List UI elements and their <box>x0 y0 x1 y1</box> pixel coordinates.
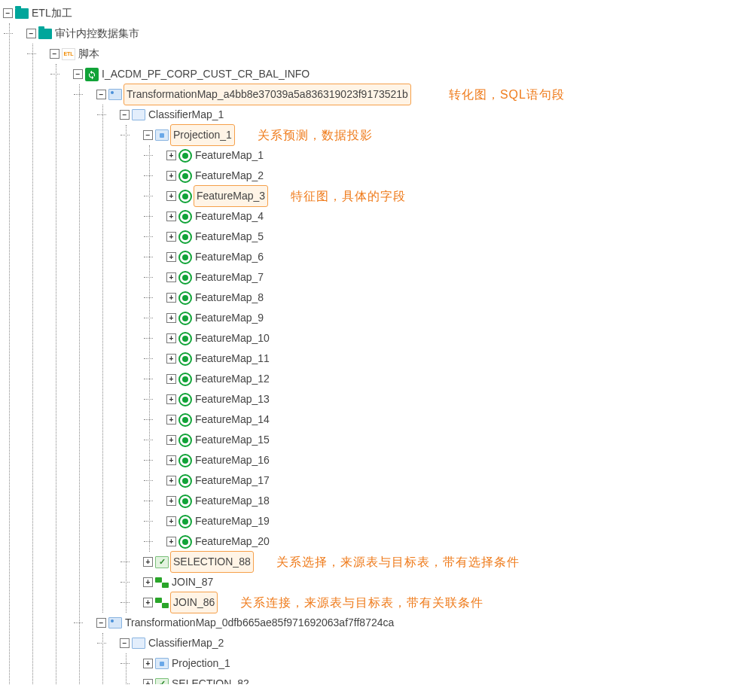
tree-node-featuremap[interactable]: +FeatureMap_1 <box>166 145 735 166</box>
expand-icon[interactable]: + <box>166 496 176 506</box>
tree-node-featuremap[interactable]: +FeatureMap_19 <box>166 511 735 531</box>
tree-node-featuremap[interactable]: +FeatureMap_13 <box>166 389 735 409</box>
featuremap-icon <box>178 454 192 467</box>
tree-node-tmap[interactable]: − TransformationMap_0dfb665ae85f97169206… <box>96 613 735 633</box>
classifier-map-icon <box>132 637 145 650</box>
node-label: FeatureMap_11 <box>194 348 271 369</box>
expand-icon[interactable]: + <box>166 476 176 485</box>
folder-icon <box>15 7 29 20</box>
expand-icon[interactable]: + <box>166 435 176 445</box>
annotation-text: 关系选择，来源表与目标表，带有选择条件 <box>276 552 520 572</box>
transformation-map-icon <box>108 616 122 630</box>
collapse-icon[interactable]: − <box>50 49 59 59</box>
tree-node-classifier[interactable]: − ClassifierMap_1 <box>120 105 735 125</box>
node-label: FeatureMap_17 <box>194 470 271 491</box>
tree-node-featuremap[interactable]: +FeatureMap_15 <box>166 430 735 450</box>
node-label: FeatureMap_13 <box>194 389 271 409</box>
tree-node-join[interactable]: + JOIN_87 <box>143 572 735 592</box>
node-label: SELECTION_88 <box>170 551 254 573</box>
tree-node-selection[interactable]: + SELECTION_88 关系选择，来源表与目标表，带有选择条件 <box>143 552 735 572</box>
expand-icon[interactable]: + <box>166 212 176 221</box>
tree-node-featuremap[interactable]: +FeatureMap_11 <box>166 348 735 369</box>
expand-icon[interactable]: + <box>143 679 153 684</box>
node-label: FeatureMap_9 <box>194 308 265 328</box>
node-label: Projection_1 <box>170 124 235 146</box>
node-label: FeatureMap_5 <box>194 227 265 247</box>
node-label: FeatureMap_10 <box>194 328 271 348</box>
collapse-icon[interactable]: − <box>120 638 130 648</box>
tree-node-scripts[interactable]: − ETL 脚本 <box>50 44 735 64</box>
node-label: FeatureMap_20 <box>194 531 271 552</box>
projection-icon <box>155 657 169 671</box>
tree-node-mart[interactable]: − 审计内控数据集市 <box>26 23 735 44</box>
node-label: JOIN_86 <box>170 592 218 613</box>
tree-node-featuremap[interactable]: +FeatureMap_5 <box>166 227 735 247</box>
featuremap-icon <box>178 474 192 488</box>
collapse-icon[interactable]: − <box>96 618 106 628</box>
tree-node-featuremap[interactable]: +FeatureMap_16 <box>166 450 735 470</box>
etl-icon: ETL <box>62 47 75 61</box>
join-icon <box>155 576 169 589</box>
expand-icon[interactable]: + <box>166 537 176 546</box>
tree-node-task[interactable]: − I_ACDM_PF_CORP_CUST_CR_BAL_INFO <box>73 64 735 84</box>
join-icon <box>155 596 169 610</box>
tree-node-projection[interactable]: − Projection_1 关系预测，数据投影 <box>143 125 735 145</box>
tree-node-selection[interactable]: + SELECTION_82 <box>143 674 735 684</box>
expand-icon[interactable]: + <box>166 354 176 364</box>
expand-icon[interactable]: + <box>143 598 153 607</box>
node-label: TransformationMap_0dfb665ae85f971692063a… <box>124 613 395 633</box>
expand-icon[interactable]: + <box>166 455 176 465</box>
expand-icon[interactable]: + <box>166 313 176 323</box>
expand-icon[interactable]: + <box>166 151 176 160</box>
node-label: FeatureMap_8 <box>194 288 265 308</box>
expand-icon[interactable]: + <box>143 557 153 567</box>
tree-node-featuremap[interactable]: +FeatureMap_9 <box>166 308 735 328</box>
expand-icon[interactable]: + <box>166 191 176 201</box>
featuremap-icon <box>178 352 192 366</box>
expand-icon[interactable]: + <box>143 659 153 668</box>
tree-node-join[interactable]: + JOIN_86 关系连接，来源表与目标表，带有关联条件 <box>143 592 735 613</box>
tree-node-featuremap[interactable]: +FeatureMap_3特征图，具体的字段 <box>166 186 735 206</box>
expand-icon[interactable]: + <box>166 394 176 404</box>
tree-node-featuremap[interactable]: +FeatureMap_14 <box>166 409 735 430</box>
collapse-icon[interactable]: − <box>73 69 83 79</box>
tree-node-featuremap[interactable]: +FeatureMap_18 <box>166 491 735 511</box>
tree-node-featuremap[interactable]: +FeatureMap_2 <box>166 166 735 186</box>
expand-icon[interactable]: + <box>166 516 176 526</box>
expand-icon[interactable]: + <box>166 333 176 343</box>
expand-icon[interactable]: + <box>166 171 176 181</box>
collapse-icon[interactable]: − <box>143 130 153 140</box>
projection-icon <box>155 129 169 142</box>
expand-icon[interactable]: + <box>143 577 153 587</box>
tree-node-tmap[interactable]: − TransformationMap_a4bb8e37039a5a836319… <box>96 84 735 105</box>
featuremap-icon <box>178 373 192 386</box>
tree-node-classifier[interactable]: − ClassifierMap_2 <box>120 633 735 653</box>
expand-icon[interactable]: + <box>166 272 176 282</box>
tree-node-featuremap[interactable]: +FeatureMap_12 <box>166 369 735 389</box>
tree-node-featuremap[interactable]: +FeatureMap_6 <box>166 247 735 267</box>
expand-icon[interactable]: + <box>166 252 176 262</box>
featuremap-icon <box>178 210 192 224</box>
tree-node-featuremap[interactable]: +FeatureMap_20 <box>166 531 735 552</box>
collapse-icon[interactable]: − <box>3 8 13 18</box>
tree-node-featuremap[interactable]: +FeatureMap_17 <box>166 470 735 491</box>
tree-node-featuremap[interactable]: +FeatureMap_4 <box>166 206 735 227</box>
expand-icon[interactable]: + <box>166 374 176 384</box>
collapse-icon[interactable]: − <box>96 90 106 99</box>
expand-icon[interactable]: + <box>166 293 176 303</box>
tree-node-root[interactable]: − ETL加工 <box>3 3 735 23</box>
tree-node-projection[interactable]: + Projection_1 <box>143 653 735 674</box>
node-label: ETL加工 <box>30 3 74 23</box>
node-label: FeatureMap_14 <box>194 409 271 430</box>
tree-node-featuremap[interactable]: +FeatureMap_8 <box>166 288 735 308</box>
node-label: FeatureMap_18 <box>194 491 271 511</box>
collapse-icon[interactable]: − <box>120 110 130 120</box>
expand-icon[interactable]: + <box>166 232 176 242</box>
tree-node-featuremap[interactable]: +FeatureMap_10 <box>166 328 735 348</box>
node-label: FeatureMap_7 <box>194 267 265 288</box>
collapse-icon[interactable]: − <box>26 29 36 38</box>
node-label: 审计内控数据集市 <box>53 23 141 44</box>
expand-icon[interactable]: + <box>166 415 176 425</box>
featuremap-icon <box>178 190 192 203</box>
tree-node-featuremap[interactable]: +FeatureMap_7 <box>166 267 735 288</box>
